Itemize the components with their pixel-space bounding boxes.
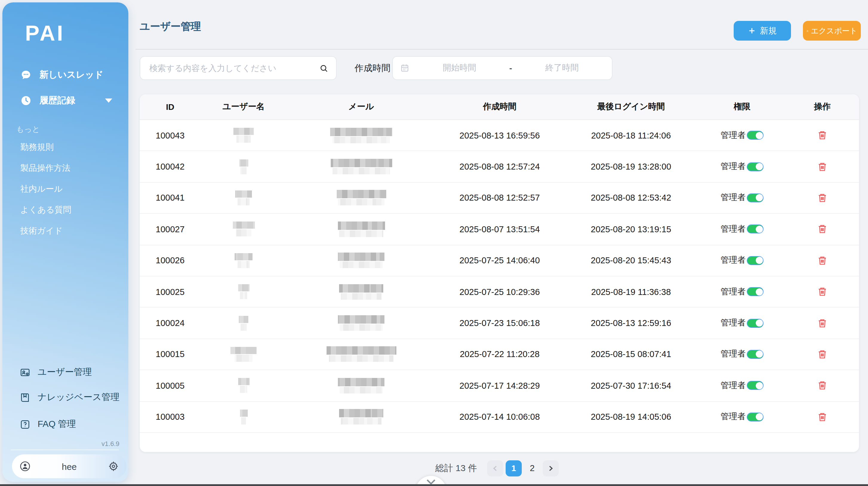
delete-trash-icon[interactable] bbox=[817, 349, 828, 359]
export-button[interactable]: エクスポート bbox=[803, 21, 861, 40]
sidebar-item-faq-management[interactable]: FAQ 管理 bbox=[20, 419, 76, 430]
sidebar-item-knowledge-base[interactable]: ナレッジベース管理 bbox=[20, 392, 119, 403]
role-toggle[interactable] bbox=[747, 381, 764, 390]
cell-role: 管理者 bbox=[699, 161, 786, 172]
table-row: 100005 2025-07-17 14:28:29 2025-07-30 17… bbox=[140, 370, 859, 401]
cell-actions bbox=[786, 286, 859, 297]
role-toggle[interactable] bbox=[747, 318, 764, 328]
date-range-picker[interactable]: 開始時間 - 終了時間 bbox=[392, 56, 613, 80]
role-toggle[interactable] bbox=[747, 225, 764, 234]
sidebar-item-internal-rules[interactable]: 社内ルール bbox=[20, 184, 62, 195]
delete-trash-icon[interactable] bbox=[817, 130, 828, 140]
start-time-input[interactable]: 開始時間 bbox=[409, 63, 509, 73]
cell-role: 管理者 bbox=[699, 380, 786, 391]
role-toggle[interactable] bbox=[747, 412, 764, 421]
role-toggle[interactable] bbox=[747, 350, 764, 359]
delete-trash-icon[interactable] bbox=[817, 193, 828, 203]
masked-email bbox=[338, 378, 384, 393]
cell-last-login-time: 2025-08-19 13:28:00 bbox=[563, 162, 699, 171]
cell-id: 100026 bbox=[140, 256, 200, 265]
masked-email bbox=[338, 253, 384, 268]
toggle-knob bbox=[755, 320, 763, 327]
sidebar-item-product-howto[interactable]: 製品操作方法 bbox=[20, 163, 70, 174]
toggle-knob bbox=[755, 413, 763, 420]
delete-trash-icon[interactable] bbox=[817, 412, 828, 422]
delete-trash-icon[interactable] bbox=[817, 381, 828, 391]
masked-email bbox=[338, 221, 385, 237]
cell-email bbox=[286, 127, 436, 143]
cell-last-login-time: 2025-08-20 13:19:15 bbox=[563, 224, 699, 234]
cell-id: 100003 bbox=[140, 412, 200, 422]
masked-email bbox=[326, 346, 396, 362]
delete-trash-icon[interactable] bbox=[817, 224, 828, 234]
sidebar-item-work-rules[interactable]: 勤務規則 bbox=[20, 142, 54, 153]
cell-username bbox=[200, 284, 286, 299]
page-button-2[interactable]: 2 bbox=[524, 460, 540, 476]
cell-actions bbox=[786, 412, 859, 422]
table-row: 100026 2025-07-25 14:06:40 2025-08-20 15… bbox=[140, 245, 859, 276]
cell-actions bbox=[786, 381, 859, 391]
cell-last-login-time: 2025-07-30 17:16:54 bbox=[563, 381, 699, 391]
cell-created-time: 2025-07-25 10:29:36 bbox=[436, 287, 563, 297]
calendar-icon bbox=[400, 63, 409, 73]
toggle-knob bbox=[755, 288, 763, 295]
cell-actions bbox=[786, 130, 859, 140]
column-header-email: メール bbox=[286, 101, 436, 112]
masked-username bbox=[235, 190, 252, 205]
cell-username bbox=[200, 253, 286, 268]
cell-last-login-time: 2025-08-18 11:24:06 bbox=[563, 130, 699, 140]
toggle-knob bbox=[755, 194, 763, 202]
pagination: 総計 13 件 1 2 bbox=[435, 460, 559, 477]
table-row: 100041 2025-08-08 12:52:57 2025-08-08 12… bbox=[140, 183, 859, 214]
role-label: 管理者 bbox=[720, 286, 746, 297]
cell-username bbox=[200, 159, 286, 174]
sidebar-item-user-management[interactable]: ユーザー管理 bbox=[20, 367, 92, 378]
user-name: hee bbox=[62, 461, 77, 472]
cell-email bbox=[286, 409, 436, 425]
cell-id: 100024 bbox=[140, 318, 200, 328]
column-header-last-login: 最後ログイン時間 bbox=[563, 101, 699, 112]
masked-username bbox=[234, 128, 254, 143]
chevron-down-icon[interactable] bbox=[105, 98, 112, 103]
cell-last-login-time: 2025-08-13 12:59:16 bbox=[563, 318, 699, 328]
role-toggle[interactable] bbox=[747, 162, 764, 171]
page-button-1[interactable]: 1 bbox=[506, 460, 522, 476]
total-count-label: 総計 13 件 bbox=[435, 462, 477, 474]
role-toggle[interactable] bbox=[747, 256, 764, 265]
delete-trash-icon[interactable] bbox=[817, 318, 828, 328]
cell-email bbox=[286, 253, 436, 268]
plus-icon bbox=[748, 27, 756, 35]
user-profile-bar[interactable]: hee bbox=[12, 454, 127, 478]
sidebar-item-new-thread[interactable]: 新しいスレッド bbox=[20, 69, 103, 81]
delete-trash-icon[interactable] bbox=[817, 286, 828, 297]
sidebar-item-history[interactable]: 履歴記録 bbox=[20, 95, 75, 106]
cell-email bbox=[286, 221, 436, 237]
table-row: 100025 2025-07-25 10:29:36 2025-08-19 11… bbox=[140, 276, 859, 308]
cell-email bbox=[286, 284, 436, 299]
search-icon[interactable] bbox=[319, 64, 328, 73]
next-page-button[interactable] bbox=[542, 460, 559, 476]
user-table-card: ID ユーザー名 メール 作成時間 最後ログイン時間 権限 操作 100043 … bbox=[140, 94, 859, 452]
prev-page-button[interactable] bbox=[487, 460, 503, 476]
search-input[interactable] bbox=[140, 57, 322, 80]
sidebar-item-label: 新しいスレッド bbox=[39, 69, 103, 81]
role-toggle[interactable] bbox=[747, 287, 764, 296]
sidebar-item-tech-guide[interactable]: 技術ガイド bbox=[20, 226, 63, 237]
delete-trash-icon[interactable] bbox=[817, 255, 828, 266]
chat-bubble-icon bbox=[20, 69, 32, 81]
cell-email bbox=[286, 315, 436, 331]
role-label: 管理者 bbox=[720, 349, 746, 360]
end-time-input[interactable]: 終了時間 bbox=[512, 63, 612, 73]
sidebar-item-faq[interactable]: よくある質問 bbox=[20, 205, 71, 216]
role-toggle[interactable] bbox=[747, 193, 764, 203]
table-row: 100027 2025-08-07 13:51:54 2025-08-20 13… bbox=[140, 214, 859, 245]
cell-id: 100015 bbox=[140, 350, 200, 359]
cell-role: 管理者 bbox=[699, 255, 786, 266]
window-bottom-edge bbox=[0, 484, 868, 486]
cell-last-login-time: 2025-08-15 08:07:41 bbox=[563, 350, 699, 359]
delete-trash-icon[interactable] bbox=[817, 161, 828, 172]
gear-icon[interactable] bbox=[108, 461, 119, 472]
new-button[interactable]: 新規 bbox=[734, 21, 791, 40]
cell-username bbox=[200, 190, 286, 205]
role-toggle[interactable] bbox=[747, 131, 764, 140]
